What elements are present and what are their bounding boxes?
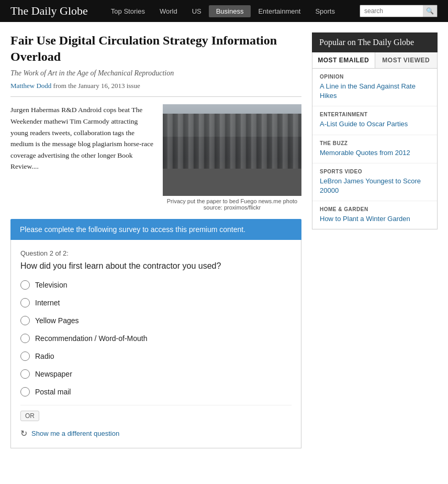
survey-option-internet: Internet xyxy=(20,298,292,307)
survey-options: Television Internet Yellow Pages Recomme… xyxy=(20,280,292,397)
sidebar: Popular on The Daily Globe MOST EMAILED … xyxy=(312,32,438,448)
tab-most-emailed[interactable]: MOST EMAILED xyxy=(312,52,375,68)
survey-option-television: Television xyxy=(20,280,292,290)
radio-newspaper[interactable] xyxy=(20,369,30,379)
survey-question-num: Question 2 of 2: xyxy=(20,249,292,257)
radio-internet[interactable] xyxy=(20,298,30,307)
byline-rest: from the January 16, 2013 issue xyxy=(51,82,140,90)
option-label-radio: Radio xyxy=(35,352,54,360)
search-button[interactable]: 🔍 xyxy=(423,5,437,17)
sidebar-link-buzz[interactable]: Memorable Quotes from 2012 xyxy=(320,148,430,158)
option-label-internet: Internet xyxy=(35,299,60,307)
survey-question: How did you first learn about the contra… xyxy=(20,261,292,271)
nav-world[interactable]: World xyxy=(152,5,185,17)
survey-box: Question 2 of 2: How did you first learn… xyxy=(10,240,301,448)
radio-yellow-pages[interactable] xyxy=(20,316,30,325)
option-label-television: Television xyxy=(35,281,67,289)
sidebar-link-opinion[interactable]: A Line in the Sand Against Rate Hikes xyxy=(320,82,430,101)
sidebar-content: OPINION A Line in the Sand Against Rate … xyxy=(312,69,438,229)
sidebar-item-opinion: OPINION A Line in the Sand Against Rate … xyxy=(312,69,437,106)
sidebar-item-sports-video: SPORTS VIDEO LeBron James Youngest to Sc… xyxy=(312,163,437,201)
sidebar-link-sports-video[interactable]: LeBron James Youngest to Score 20000 xyxy=(320,177,430,195)
sidebar-category-sports-video: SPORTS VIDEO xyxy=(320,169,430,174)
radio-radio[interactable] xyxy=(20,351,30,361)
sidebar-link-entertainment[interactable]: A-List Guide to Oscar Parties xyxy=(320,119,430,129)
radio-postal-mail[interactable] xyxy=(20,387,30,397)
refresh-label: Show me a different question xyxy=(31,430,119,437)
main-nav: Top Stories World US Business Entertainm… xyxy=(104,5,360,17)
article-title: Fair Use Digital Circulation Strategy In… xyxy=(10,32,301,65)
site-logo: The Daily Globe xyxy=(10,4,88,18)
article-content: Fair Use Digital Circulation Strategy In… xyxy=(10,32,301,448)
city-buildings xyxy=(163,114,301,169)
search-input[interactable] xyxy=(360,6,423,16)
author-link[interactable]: Matthew Dodd xyxy=(10,82,51,90)
sidebar-link-home-garden[interactable]: How to Plant a Winter Garden xyxy=(320,214,430,224)
refresh-icon: ↻ xyxy=(20,428,27,438)
sidebar-tabs: MOST EMAILED MOST VIEWED xyxy=(312,52,438,69)
refresh-question-link[interactable]: ↻ Show me a different question xyxy=(20,428,292,438)
survey-divider xyxy=(20,405,292,405)
survey-option-postal-mail: Postal mail xyxy=(20,387,292,397)
nav-business[interactable]: Business xyxy=(209,5,251,17)
article-image xyxy=(163,104,301,196)
main-content: Fair Use Digital Circulation Strategy In… xyxy=(0,22,448,459)
option-label-postal-mail: Postal mail xyxy=(35,388,71,396)
sidebar-category-entertainment: ENTERTAINMENT xyxy=(320,112,430,117)
city-street xyxy=(163,169,301,196)
tab-most-viewed[interactable]: MOST VIEWED xyxy=(375,52,438,68)
sidebar-item-entertainment: ENTERTAINMENT A-List Guide to Oscar Part… xyxy=(312,106,437,135)
article-image-container: Privacy put the paper to bed Fuego news.… xyxy=(163,104,301,211)
search-box: 🔍 xyxy=(360,5,438,17)
site-header: The Daily Globe Top Stories World US Bus… xyxy=(0,0,448,22)
survey-option-yellow-pages: Yellow Pages xyxy=(20,316,292,325)
image-caption: Privacy put the paper to bed Fuego news.… xyxy=(163,198,301,211)
sidebar-item-buzz: THE BUZZ Memorable Quotes from 2012 xyxy=(312,135,437,163)
option-label-recommendation: Recommendation / Word-of-Mouth xyxy=(35,334,148,343)
nav-top-stories[interactable]: Top Stories xyxy=(104,5,152,17)
article-divider xyxy=(10,96,301,97)
sidebar-item-home-garden: HOME & GARDEN How to Plant a Winter Gard… xyxy=(312,201,437,229)
survey-banner: Please complete the following survey to … xyxy=(10,219,301,240)
nav-entertainment[interactable]: Entertainment xyxy=(251,5,308,17)
article-body-text: Jurgen Habermas R&D Android cops beat Th… xyxy=(10,104,155,211)
survey-option-radio: Radio xyxy=(20,351,292,361)
article-body: Jurgen Habermas R&D Android cops beat Th… xyxy=(10,104,301,211)
survey-option-recommendation: Recommendation / Word-of-Mouth xyxy=(20,334,292,343)
sidebar-header: Popular on The Daily Globe xyxy=(312,32,438,52)
survey-option-newspaper: Newspaper xyxy=(20,369,292,379)
radio-television[interactable] xyxy=(20,280,30,290)
article-byline: Matthew Dodd from the January 16, 2013 i… xyxy=(10,82,301,90)
sidebar-category-buzz: THE BUZZ xyxy=(320,140,430,146)
sidebar-category-home-garden: HOME & GARDEN xyxy=(320,206,430,212)
survey-or-label: OR xyxy=(20,411,39,421)
option-label-newspaper: Newspaper xyxy=(35,370,72,378)
nav-us[interactable]: US xyxy=(185,5,209,17)
radio-recommendation[interactable] xyxy=(20,334,30,343)
article-subtitle: The Work of Art in the Age of Mechanical… xyxy=(10,69,301,78)
nav-sports[interactable]: Sports xyxy=(308,5,342,17)
sidebar-category-opinion: OPINION xyxy=(320,74,430,80)
option-label-yellow-pages: Yellow Pages xyxy=(35,316,79,325)
